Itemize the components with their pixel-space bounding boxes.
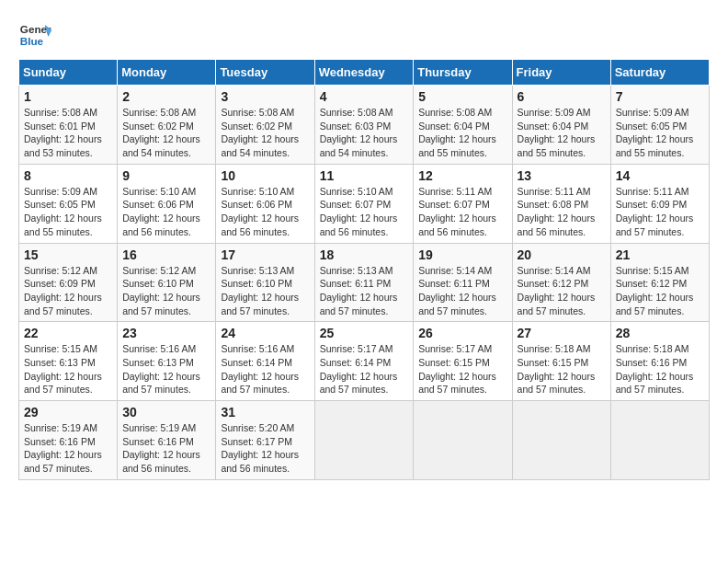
calendar-cell: 16Sunrise: 5:12 AMSunset: 6:10 PMDayligh… xyxy=(118,243,216,322)
day-info: Sunrise: 5:16 AMSunset: 6:14 PMDaylight:… xyxy=(221,342,309,396)
calendar-cell: 6Sunrise: 5:09 AMSunset: 6:04 PMDaylight… xyxy=(512,86,610,165)
day-info: Sunrise: 5:09 AMSunset: 6:04 PMDaylight:… xyxy=(518,106,606,160)
calendar-cell: 22Sunrise: 5:15 AMSunset: 6:13 PMDayligh… xyxy=(19,322,118,401)
day-info: Sunrise: 5:10 AMSunset: 6:06 PMDaylight:… xyxy=(122,185,210,239)
day-number: 31 xyxy=(221,405,309,419)
calendar-cell: 23Sunrise: 5:16 AMSunset: 6:13 PMDayligh… xyxy=(118,322,216,401)
day-number: 5 xyxy=(418,89,506,104)
calendar-cell xyxy=(512,401,610,480)
day-number: 16 xyxy=(122,247,210,262)
day-info: Sunrise: 5:17 AMSunset: 6:15 PMDaylight:… xyxy=(418,342,506,396)
calendar-cell: 20Sunrise: 5:14 AMSunset: 6:12 PMDayligh… xyxy=(512,243,610,322)
calendar-cell: 2Sunrise: 5:08 AMSunset: 6:02 PMDaylight… xyxy=(118,86,216,165)
day-number: 18 xyxy=(320,247,409,262)
day-number: 20 xyxy=(518,247,606,262)
svg-text:Blue: Blue xyxy=(20,35,44,47)
calendar-cell: 14Sunrise: 5:11 AMSunset: 6:09 PMDayligh… xyxy=(610,164,709,243)
day-number: 27 xyxy=(518,326,606,340)
day-info: Sunrise: 5:14 AMSunset: 6:11 PMDaylight:… xyxy=(418,264,506,318)
calendar-header-friday: Friday xyxy=(512,60,610,86)
day-number: 19 xyxy=(418,247,506,262)
day-number: 12 xyxy=(418,168,506,183)
day-number: 4 xyxy=(320,89,409,104)
day-info: Sunrise: 5:13 AMSunset: 6:10 PMDaylight:… xyxy=(221,264,309,318)
calendar-cell: 18Sunrise: 5:13 AMSunset: 6:11 PMDayligh… xyxy=(314,243,414,322)
day-info: Sunrise: 5:18 AMSunset: 6:16 PMDaylight:… xyxy=(616,342,704,396)
day-info: Sunrise: 5:13 AMSunset: 6:11 PMDaylight:… xyxy=(320,264,409,318)
calendar-cell: 19Sunrise: 5:14 AMSunset: 6:11 PMDayligh… xyxy=(414,243,512,322)
calendar-cell: 28Sunrise: 5:18 AMSunset: 6:16 PMDayligh… xyxy=(610,322,709,401)
calendar-cell: 15Sunrise: 5:12 AMSunset: 6:09 PMDayligh… xyxy=(19,243,118,322)
calendar-header-thursday: Thursday xyxy=(414,60,512,86)
day-info: Sunrise: 5:12 AMSunset: 6:09 PMDaylight:… xyxy=(24,264,112,318)
day-info: Sunrise: 5:08 AMSunset: 6:03 PMDaylight:… xyxy=(320,106,409,160)
day-number: 9 xyxy=(122,168,210,183)
calendar-week-row: 22Sunrise: 5:15 AMSunset: 6:13 PMDayligh… xyxy=(19,322,710,401)
day-info: Sunrise: 5:17 AMSunset: 6:14 PMDaylight:… xyxy=(320,342,409,396)
day-info: Sunrise: 5:11 AMSunset: 6:08 PMDaylight:… xyxy=(518,185,606,239)
calendar-cell: 24Sunrise: 5:16 AMSunset: 6:14 PMDayligh… xyxy=(216,322,314,401)
calendar-cell: 11Sunrise: 5:10 AMSunset: 6:07 PMDayligh… xyxy=(314,164,414,243)
calendar-cell: 4Sunrise: 5:08 AMSunset: 6:03 PMDaylight… xyxy=(314,86,414,165)
day-info: Sunrise: 5:19 AMSunset: 6:16 PMDaylight:… xyxy=(24,421,112,476)
day-info: Sunrise: 5:14 AMSunset: 6:12 PMDaylight:… xyxy=(518,264,606,318)
day-number: 15 xyxy=(24,247,112,262)
calendar-header-row: SundayMondayTuesdayWednesdayThursdayFrid… xyxy=(19,60,710,86)
calendar-cell: 31Sunrise: 5:20 AMSunset: 6:17 PMDayligh… xyxy=(216,401,314,480)
day-number: 14 xyxy=(616,168,704,183)
calendar-cell: 26Sunrise: 5:17 AMSunset: 6:15 PMDayligh… xyxy=(414,322,512,401)
calendar-cell: 27Sunrise: 5:18 AMSunset: 6:15 PMDayligh… xyxy=(512,322,610,401)
calendar-week-row: 8Sunrise: 5:09 AMSunset: 6:05 PMDaylight… xyxy=(19,164,710,243)
calendar-cell: 1Sunrise: 5:08 AMSunset: 6:01 PMDaylight… xyxy=(19,86,118,165)
calendar-header-wednesday: Wednesday xyxy=(314,60,414,86)
day-info: Sunrise: 5:10 AMSunset: 6:07 PMDaylight:… xyxy=(320,185,409,239)
day-info: Sunrise: 5:19 AMSunset: 6:16 PMDaylight:… xyxy=(122,421,210,476)
day-info: Sunrise: 5:16 AMSunset: 6:13 PMDaylight:… xyxy=(122,342,210,396)
calendar-cell: 13Sunrise: 5:11 AMSunset: 6:08 PMDayligh… xyxy=(512,164,610,243)
day-number: 8 xyxy=(24,168,112,183)
calendar-cell: 21Sunrise: 5:15 AMSunset: 6:12 PMDayligh… xyxy=(610,243,709,322)
calendar-header-tuesday: Tuesday xyxy=(216,60,314,86)
calendar-cell: 9Sunrise: 5:10 AMSunset: 6:06 PMDaylight… xyxy=(118,164,216,243)
calendar-header-monday: Monday xyxy=(118,60,216,86)
day-info: Sunrise: 5:08 AMSunset: 6:04 PMDaylight:… xyxy=(418,106,506,160)
day-number: 10 xyxy=(221,168,309,183)
calendar-week-row: 1Sunrise: 5:08 AMSunset: 6:01 PMDaylight… xyxy=(19,86,710,165)
calendar-cell: 12Sunrise: 5:11 AMSunset: 6:07 PMDayligh… xyxy=(414,164,512,243)
day-number: 2 xyxy=(122,89,210,104)
calendar-cell xyxy=(610,401,709,480)
day-info: Sunrise: 5:11 AMSunset: 6:09 PMDaylight:… xyxy=(616,185,704,239)
day-info: Sunrise: 5:08 AMSunset: 6:02 PMDaylight:… xyxy=(122,106,210,160)
day-number: 3 xyxy=(221,89,309,104)
day-number: 1 xyxy=(24,89,112,104)
calendar-table: SundayMondayTuesdayWednesdayThursdayFrid… xyxy=(18,59,710,480)
day-number: 23 xyxy=(122,326,210,340)
calendar-cell: 30Sunrise: 5:19 AMSunset: 6:16 PMDayligh… xyxy=(118,401,216,480)
calendar-cell: 7Sunrise: 5:09 AMSunset: 6:05 PMDaylight… xyxy=(610,86,709,165)
calendar-cell: 3Sunrise: 5:08 AMSunset: 6:02 PMDaylight… xyxy=(216,86,314,165)
day-number: 26 xyxy=(418,326,506,340)
calendar-cell: 29Sunrise: 5:19 AMSunset: 6:16 PMDayligh… xyxy=(19,401,118,480)
day-info: Sunrise: 5:10 AMSunset: 6:06 PMDaylight:… xyxy=(221,185,309,239)
logo: General Blue xyxy=(18,18,55,52)
day-info: Sunrise: 5:20 AMSunset: 6:17 PMDaylight:… xyxy=(221,421,309,476)
calendar-header-saturday: Saturday xyxy=(610,60,709,86)
day-number: 11 xyxy=(320,168,409,183)
day-number: 22 xyxy=(24,326,112,340)
day-number: 6 xyxy=(518,89,606,104)
calendar-cell: 8Sunrise: 5:09 AMSunset: 6:05 PMDaylight… xyxy=(19,164,118,243)
calendar-week-row: 29Sunrise: 5:19 AMSunset: 6:16 PMDayligh… xyxy=(19,401,710,480)
day-info: Sunrise: 5:12 AMSunset: 6:10 PMDaylight:… xyxy=(122,264,210,318)
calendar-header-sunday: Sunday xyxy=(19,60,118,86)
calendar-cell: 10Sunrise: 5:10 AMSunset: 6:06 PMDayligh… xyxy=(216,164,314,243)
calendar-cell xyxy=(314,401,414,480)
day-info: Sunrise: 5:15 AMSunset: 6:12 PMDaylight:… xyxy=(616,264,704,318)
day-number: 25 xyxy=(320,326,409,340)
day-number: 21 xyxy=(616,247,704,262)
day-number: 24 xyxy=(221,326,309,340)
calendar-cell xyxy=(414,401,512,480)
calendar-cell: 17Sunrise: 5:13 AMSunset: 6:10 PMDayligh… xyxy=(216,243,314,322)
day-info: Sunrise: 5:09 AMSunset: 6:05 PMDaylight:… xyxy=(616,106,704,160)
day-info: Sunrise: 5:15 AMSunset: 6:13 PMDaylight:… xyxy=(24,342,112,396)
day-info: Sunrise: 5:08 AMSunset: 6:02 PMDaylight:… xyxy=(221,106,309,160)
